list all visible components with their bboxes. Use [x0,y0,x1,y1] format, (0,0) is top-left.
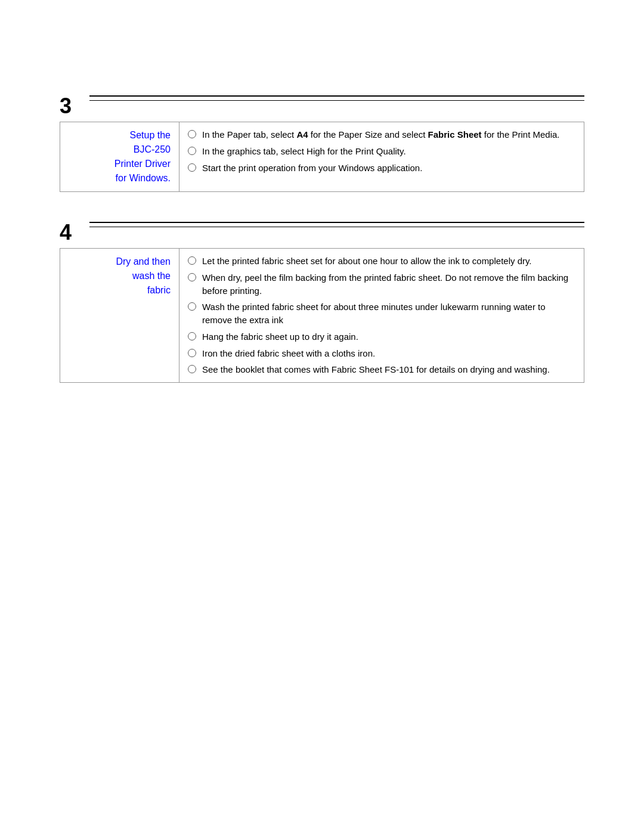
step-4-line-thick [89,222,584,223]
bullet-text: Let the printed fabric sheet set for abo… [202,255,532,268]
step-3-right-cell: In the Paper tab, select A4 for the Pape… [179,122,584,192]
bullet-text: In the Paper tab, select A4 for the Pape… [202,128,560,141]
list-item: See the booklet that comes with Fabric S… [188,363,577,376]
step-3-header: 3 [60,95,584,117]
step-3-line-container [89,95,584,103]
bullet-icon [188,349,196,357]
bullet-text: Hang the fabric sheet up to dry it again… [202,330,358,343]
list-item: Hang the fabric sheet up to dry it again… [188,330,577,343]
step-3-section: 3 Setup the BJC-250 Printer Driver for W… [60,95,584,192]
step-4-line-container [89,222,584,230]
step-4-left-cell: Dry and then wash the fabric [60,249,179,383]
bullet-icon [188,332,196,340]
bullet-icon [188,302,196,311]
step-4-bullet-list: Let the printed fabric sheet set for abo… [188,255,577,376]
bullet-icon [188,163,196,172]
bullet-icon [188,273,196,281]
bullet-text: In the graphics tab, select High for the… [202,145,406,158]
bullet-text: See the booklet that comes with Fabric S… [202,363,550,376]
step-3-number: 3 [60,95,89,117]
step-3-left-cell: Setup the BJC-250 Printer Driver for Win… [60,122,179,192]
list-item: Iron the dried fabric sheet with a cloth… [188,347,577,360]
list-item: Wash the printed fabric sheet for about … [188,301,577,327]
step-3-bullet-list: In the Paper tab, select A4 for the Pape… [188,128,577,174]
step-4-right-cell: Let the printed fabric sheet set for abo… [179,249,584,383]
step-4-table: Dry and then wash the fabric Let the pri… [60,248,584,383]
step-4-left-text: Dry and then wash the fabric [67,255,171,298]
list-item: In the graphics tab, select High for the… [188,145,577,158]
step-4-number: 4 [60,222,89,243]
bullet-icon [188,256,196,265]
bullet-text: Iron the dried fabric sheet with a cloth… [202,347,375,360]
bullet-icon [188,147,196,155]
list-item: Let the printed fabric sheet set for abo… [188,255,577,268]
step-4-section: 4 Dry and then wash the fabric Let the p… [60,222,584,383]
bullet-icon [188,130,196,138]
bullet-text: Wash the printed fabric sheet for about … [202,301,577,327]
step-3-table: Setup the BJC-250 Printer Driver for Win… [60,122,584,192]
step-3-line-thick [89,95,584,97]
list-item: When dry, peel the film backing from the… [188,271,577,298]
step-3-line-thin [89,100,584,101]
step-4-line-thin [89,227,584,227]
bullet-text: Start the print operation from your Wind… [202,162,422,175]
list-item: Start the print operation from your Wind… [188,162,577,175]
step-3-left-text: Setup the BJC-250 Printer Driver for Win… [67,128,171,185]
bullet-icon [188,365,196,373]
bullet-text: When dry, peel the film backing from the… [202,271,577,298]
step-4-header: 4 [60,222,584,243]
list-item: In the Paper tab, select A4 for the Pape… [188,128,577,141]
